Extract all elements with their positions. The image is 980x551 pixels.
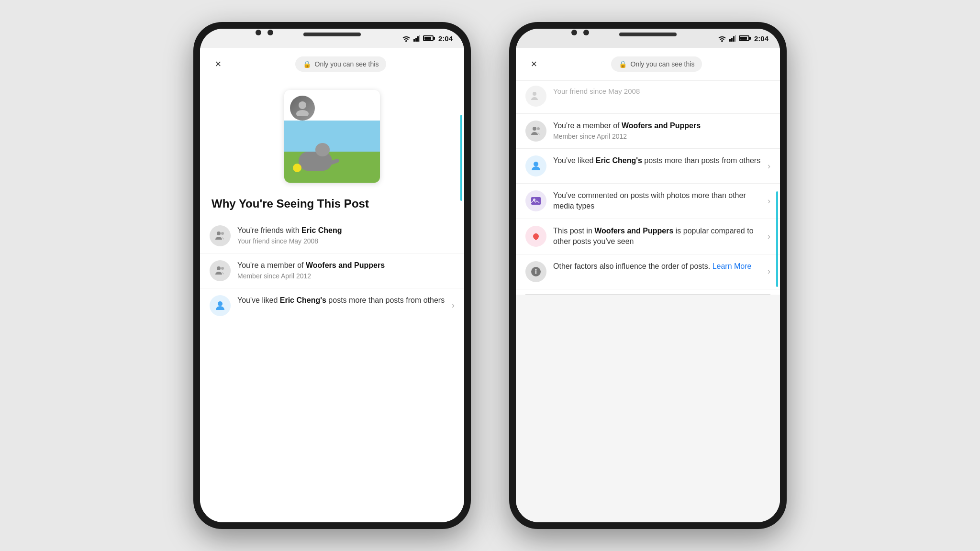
status-icons: 2:04 — [402, 34, 453, 43]
header-bar-2: × 🔒 Only you can see this — [516, 48, 780, 81]
svg-point-17 — [537, 127, 540, 130]
privacy-pill-2: 🔒 Only you can see this — [611, 56, 702, 72]
svg-rect-0 — [413, 39, 415, 42]
partial-top-item: Your friend since May 2008 — [516, 81, 780, 114]
reason-item-liked[interactable]: You've liked Eric Cheng's posts more tha… — [200, 288, 464, 323]
friends-name: Eric Cheng — [301, 226, 342, 234]
phone-frame-1: 2:04 × 🔒 Only you can see this — [193, 22, 471, 529]
liked2-name: Eric Cheng's — [596, 156, 642, 165]
member-text: You're a member of Woofers and Puppers — [237, 260, 455, 271]
liked2-text-wrap: You've liked Eric Cheng's posts more tha… — [553, 155, 763, 166]
member-text-wrap: You're a member of Woofers and Puppers M… — [237, 260, 455, 280]
popular-icon — [530, 231, 542, 242]
scroll-indicator-1 — [460, 115, 462, 201]
reason-item-member[interactable]: You're a member of Woofers and Puppers M… — [200, 253, 464, 288]
wifi-icon-2 — [718, 35, 726, 42]
svg-rect-22 — [535, 239, 537, 240]
svg-point-5 — [296, 110, 309, 116]
other-text: Other factors also influence the order o… — [553, 261, 763, 272]
people-icon-3 — [530, 125, 542, 137]
status-bar-1: 2:04 — [200, 29, 464, 48]
friends-text-wrap: You're friends with Eric Cheng Your frie… — [237, 225, 455, 245]
phone2-content: Your friend since May 2008 — [516, 81, 780, 295]
svg-point-18 — [534, 162, 538, 166]
person-blue-icon — [214, 300, 226, 311]
reason-item-friends[interactable]: You're friends with Eric Cheng Your frie… — [200, 219, 464, 253]
phone-speaker — [303, 33, 361, 36]
commented-icon-wrap — [525, 190, 546, 211]
phone-screen-1: 2:04 × 🔒 Only you can see this — [200, 29, 464, 522]
popular-group: Woofers and Puppers — [594, 227, 673, 235]
status-time-2: 2:04 — [754, 34, 768, 43]
svg-rect-11 — [729, 39, 731, 42]
info-icon — [530, 266, 542, 277]
svg-rect-12 — [731, 38, 733, 42]
phone-frame-2: 2:04 × 🔒 Only you can see this — [509, 22, 787, 529]
popular-text-wrap: This post in Woofers and Puppers is popu… — [553, 226, 763, 247]
signal-icon — [413, 35, 420, 42]
member2-text: You're a member of Woofers and Puppers — [553, 121, 770, 131]
chevron-popular: › — [768, 231, 770, 242]
close-button-2[interactable]: × — [525, 55, 543, 73]
liked-icon-wrap — [210, 295, 231, 316]
post-card — [284, 90, 380, 183]
commented-text-wrap: You've commented on posts with photos mo… — [553, 190, 763, 212]
liked-name: Eric Cheng's — [280, 296, 326, 304]
phone-screen-2: 2:04 × 🔒 Only you can see this — [516, 29, 780, 522]
member2-text-wrap: You're a member of Woofers and Puppers M… — [553, 121, 770, 140]
member2-sub: Member since April 2012 — [553, 132, 770, 140]
bottom-divider — [525, 294, 770, 295]
close-button-1[interactable]: × — [210, 55, 227, 73]
liked-text-wrap: You've liked Eric Cheng's posts more tha… — [237, 295, 447, 306]
app-content-2: × 🔒 Only you can see this — [516, 48, 780, 522]
partial-text-wrap: Your friend since May 2008 — [553, 86, 770, 95]
signal-icon-2 — [729, 35, 736, 42]
post-photo — [284, 121, 380, 183]
reason-item-commented[interactable]: You've commented on posts with photos mo… — [516, 184, 780, 219]
svg-point-6 — [217, 231, 221, 235]
header-bar-1: × 🔒 Only you can see this — [200, 48, 464, 80]
member2-icon-wrap — [525, 121, 546, 142]
learn-more[interactable]: Learn More — [713, 262, 752, 270]
app-content-1: × 🔒 Only you can see this — [200, 48, 464, 522]
reason-item-member-2[interactable]: You're a member of Woofers and Puppers M… — [516, 114, 780, 149]
people-icon-1 — [214, 230, 226, 242]
svg-point-10 — [218, 301, 223, 306]
front-camera-right — [267, 30, 273, 35]
chevron-other: › — [768, 266, 770, 276]
phone-speaker-2 — [619, 33, 677, 36]
svg-point-16 — [533, 127, 536, 131]
front-camera-left — [256, 30, 261, 35]
liked2-text: You've liked Eric Cheng's posts more tha… — [553, 155, 763, 166]
liked2-icon-wrap — [525, 155, 546, 176]
page-title-1: Why You're Seeing This Post — [200, 187, 464, 219]
svg-point-24 — [535, 269, 536, 270]
person-avatar-icon — [295, 100, 310, 116]
reasons-list-1: You're friends with Eric Cheng Your frie… — [200, 219, 464, 332]
people-icon-2 — [214, 265, 226, 276]
chevron-commented: › — [768, 196, 770, 206]
liked-text: You've liked Eric Cheng's posts more tha… — [237, 295, 447, 306]
dog-scene — [284, 121, 380, 183]
reason-item-liked-2[interactable]: You've liked Eric Cheng's posts more tha… — [516, 149, 780, 184]
svg-point-8 — [217, 266, 221, 270]
other-icon-wrap — [525, 261, 546, 282]
svg-rect-14 — [735, 35, 736, 42]
chevron-liked-2: › — [768, 161, 770, 171]
popular-text: This post in Woofers and Puppers is popu… — [553, 226, 763, 247]
commented-text: You've commented on posts with photos mo… — [553, 190, 763, 212]
avatar-inner — [290, 96, 315, 121]
people-icon-partial — [530, 90, 542, 102]
member-icon-wrap — [210, 260, 231, 281]
friends-text: You're friends with Eric Cheng — [237, 225, 455, 236]
partial-sub: Your friend since May 2008 — [553, 87, 770, 95]
phone-2: 2:04 × 🔒 Only you can see this — [509, 22, 787, 529]
other-text-wrap: Other factors also influence the order o… — [553, 261, 763, 272]
front-camera-left-2 — [571, 30, 577, 35]
reason-item-other[interactable]: Other factors also influence the order o… — [516, 254, 780, 289]
ball — [293, 164, 301, 172]
svg-point-7 — [221, 232, 224, 235]
post-avatar — [290, 96, 315, 121]
battery-icon — [423, 35, 434, 41]
reason-item-popular[interactable]: This post in Woofers and Puppers is popu… — [516, 219, 780, 254]
